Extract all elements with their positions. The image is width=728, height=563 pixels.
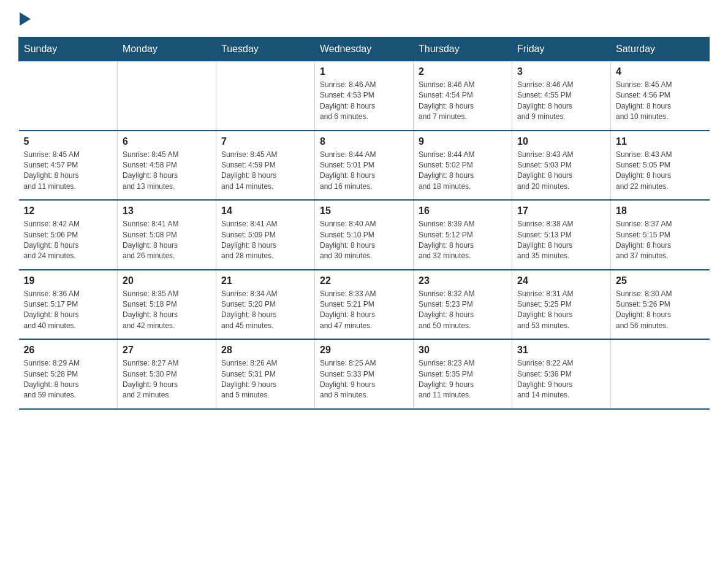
calendar-cell: 11Sunrise: 8:43 AM Sunset: 5:05 PM Dayli… [611,131,710,201]
header-day-thursday: Thursday [414,37,512,61]
day-number: 7 [221,136,309,147]
calendar-cell: 13Sunrise: 8:41 AM Sunset: 5:08 PM Dayli… [118,200,216,270]
calendar-cell: 6Sunrise: 8:45 AM Sunset: 4:58 PM Daylig… [118,131,216,201]
day-info: Sunrise: 8:33 AM Sunset: 5:21 PM Dayligh… [320,289,408,332]
day-info: Sunrise: 8:45 AM Sunset: 4:57 PM Dayligh… [24,150,113,193]
day-number: 4 [616,66,705,77]
calendar-cell: 7Sunrise: 8:45 AM Sunset: 4:59 PM Daylig… [216,131,315,201]
day-info: Sunrise: 8:39 AM Sunset: 5:12 PM Dayligh… [419,219,507,262]
day-number: 16 [419,205,507,216]
day-number: 28 [221,345,309,356]
calendar-cell: 17Sunrise: 8:38 AM Sunset: 5:13 PM Dayli… [512,200,611,270]
calendar-body: 1Sunrise: 8:46 AM Sunset: 4:53 PM Daylig… [19,61,710,409]
calendar-table: SundayMondayTuesdayWednesdayThursdayFrid… [18,37,710,410]
day-info: Sunrise: 8:42 AM Sunset: 5:06 PM Dayligh… [24,219,113,262]
day-info: Sunrise: 8:36 AM Sunset: 5:17 PM Dayligh… [24,289,113,332]
day-info: Sunrise: 8:45 AM Sunset: 4:59 PM Dayligh… [221,150,309,193]
day-number: 23 [419,275,507,286]
day-info: Sunrise: 8:34 AM Sunset: 5:20 PM Dayligh… [221,289,309,332]
calendar-cell: 15Sunrise: 8:40 AM Sunset: 5:10 PM Dayli… [315,200,414,270]
calendar-cell: 4Sunrise: 8:45 AM Sunset: 4:56 PM Daylig… [611,61,710,131]
calendar-cell: 26Sunrise: 8:29 AM Sunset: 5:28 PM Dayli… [19,339,118,409]
day-info: Sunrise: 8:40 AM Sunset: 5:10 PM Dayligh… [320,219,408,262]
week-row-2: 5Sunrise: 8:45 AM Sunset: 4:57 PM Daylig… [19,131,710,201]
day-info: Sunrise: 8:46 AM Sunset: 4:55 PM Dayligh… [517,80,605,123]
calendar-cell [118,61,216,131]
day-number: 30 [419,345,507,356]
calendar-cell: 16Sunrise: 8:39 AM Sunset: 5:12 PM Dayli… [414,200,512,270]
day-info: Sunrise: 8:41 AM Sunset: 5:08 PM Dayligh… [123,219,211,262]
calendar-cell: 23Sunrise: 8:32 AM Sunset: 5:23 PM Dayli… [414,270,512,340]
logo [18,12,31,26]
day-info: Sunrise: 8:22 AM Sunset: 5:36 PM Dayligh… [517,358,605,401]
day-number: 13 [123,205,211,216]
day-number: 21 [221,275,309,286]
calendar-cell: 30Sunrise: 8:23 AM Sunset: 5:35 PM Dayli… [414,339,512,409]
calendar-cell: 5Sunrise: 8:45 AM Sunset: 4:57 PM Daylig… [19,131,118,201]
day-info: Sunrise: 8:37 AM Sunset: 5:15 PM Dayligh… [616,219,705,262]
day-info: Sunrise: 8:43 AM Sunset: 5:05 PM Dayligh… [616,150,705,193]
day-number: 2 [419,66,507,77]
week-row-3: 12Sunrise: 8:42 AM Sunset: 5:06 PM Dayli… [19,200,710,270]
day-info: Sunrise: 8:23 AM Sunset: 5:35 PM Dayligh… [419,358,507,401]
day-number: 5 [24,136,113,147]
day-number: 9 [419,136,507,147]
header-day-monday: Monday [118,37,216,61]
calendar-cell: 24Sunrise: 8:31 AM Sunset: 5:25 PM Dayli… [512,270,611,340]
calendar-cell: 28Sunrise: 8:26 AM Sunset: 5:31 PM Dayli… [216,339,315,409]
day-number: 24 [517,275,605,286]
calendar-cell: 9Sunrise: 8:44 AM Sunset: 5:02 PM Daylig… [414,131,512,201]
calendar-cell: 25Sunrise: 8:30 AM Sunset: 5:26 PM Dayli… [611,270,710,340]
day-number: 10 [517,136,605,147]
calendar-cell: 8Sunrise: 8:44 AM Sunset: 5:01 PM Daylig… [315,131,414,201]
day-number: 17 [517,205,605,216]
day-number: 15 [320,205,408,216]
calendar-cell: 21Sunrise: 8:34 AM Sunset: 5:20 PM Dayli… [216,270,315,340]
day-info: Sunrise: 8:41 AM Sunset: 5:09 PM Dayligh… [221,219,309,262]
day-number: 22 [320,275,408,286]
day-info: Sunrise: 8:27 AM Sunset: 5:30 PM Dayligh… [123,358,211,401]
day-info: Sunrise: 8:46 AM Sunset: 4:54 PM Dayligh… [419,80,507,123]
day-number: 20 [123,275,211,286]
header-day-tuesday: Tuesday [216,37,315,61]
calendar-cell: 12Sunrise: 8:42 AM Sunset: 5:06 PM Dayli… [19,200,118,270]
calendar-cell [611,339,710,409]
logo-arrow-icon [18,12,31,26]
calendar-cell: 1Sunrise: 8:46 AM Sunset: 4:53 PM Daylig… [315,61,414,131]
day-info: Sunrise: 8:46 AM Sunset: 4:53 PM Dayligh… [320,80,408,123]
week-row-1: 1Sunrise: 8:46 AM Sunset: 4:53 PM Daylig… [19,61,710,131]
calendar-cell: 27Sunrise: 8:27 AM Sunset: 5:30 PM Dayli… [118,339,216,409]
calendar-cell: 2Sunrise: 8:46 AM Sunset: 4:54 PM Daylig… [414,61,512,131]
header [18,12,710,26]
day-info: Sunrise: 8:25 AM Sunset: 5:33 PM Dayligh… [320,358,408,401]
header-day-friday: Friday [512,37,611,61]
day-number: 14 [221,205,309,216]
calendar-cell [19,61,118,131]
calendar-cell: 19Sunrise: 8:36 AM Sunset: 5:17 PM Dayli… [19,270,118,340]
calendar-cell [216,61,315,131]
header-row: SundayMondayTuesdayWednesdayThursdayFrid… [19,37,710,61]
calendar-cell: 31Sunrise: 8:22 AM Sunset: 5:36 PM Dayli… [512,339,611,409]
day-number: 6 [123,136,211,147]
day-number: 27 [123,345,211,356]
calendar-cell: 20Sunrise: 8:35 AM Sunset: 5:18 PM Dayli… [118,270,216,340]
calendar-cell: 3Sunrise: 8:46 AM Sunset: 4:55 PM Daylig… [512,61,611,131]
day-number: 3 [517,66,605,77]
day-number: 18 [616,205,705,216]
calendar-header: SundayMondayTuesdayWednesdayThursdayFrid… [19,37,710,61]
day-info: Sunrise: 8:45 AM Sunset: 4:56 PM Dayligh… [616,80,705,123]
day-info: Sunrise: 8:43 AM Sunset: 5:03 PM Dayligh… [517,150,605,193]
calendar-cell: 22Sunrise: 8:33 AM Sunset: 5:21 PM Dayli… [315,270,414,340]
day-info: Sunrise: 8:30 AM Sunset: 5:26 PM Dayligh… [616,289,705,332]
day-number: 25 [616,275,705,286]
day-info: Sunrise: 8:35 AM Sunset: 5:18 PM Dayligh… [123,289,211,332]
week-row-5: 26Sunrise: 8:29 AM Sunset: 5:28 PM Dayli… [19,339,710,409]
day-number: 11 [616,136,705,147]
week-row-4: 19Sunrise: 8:36 AM Sunset: 5:17 PM Dayli… [19,270,710,340]
day-info: Sunrise: 8:31 AM Sunset: 5:25 PM Dayligh… [517,289,605,332]
calendar-cell: 10Sunrise: 8:43 AM Sunset: 5:03 PM Dayli… [512,131,611,201]
day-info: Sunrise: 8:44 AM Sunset: 5:01 PM Dayligh… [320,150,408,193]
header-day-wednesday: Wednesday [315,37,414,61]
day-info: Sunrise: 8:38 AM Sunset: 5:13 PM Dayligh… [517,219,605,262]
day-number: 26 [24,345,113,356]
